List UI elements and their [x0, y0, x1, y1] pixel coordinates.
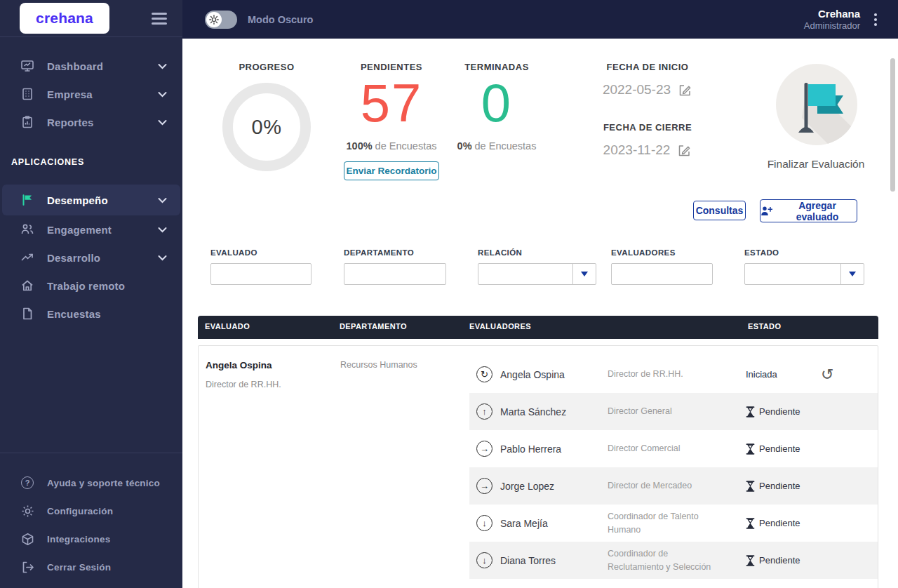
- sidebar-item-configuracion[interactable]: Configuración: [0, 497, 182, 525]
- sidebar-item-desempeno[interactable]: Desempeño: [2, 185, 180, 215]
- sidebar-item-engagement[interactable]: Engagement: [0, 215, 182, 243]
- evaluator-role: Director de Mercadeo: [608, 479, 732, 492]
- evaluator-row: ↑Marta SánchezDirector General Pendiente: [469, 393, 878, 430]
- logout-icon: [20, 559, 35, 575]
- fecha-inicio-row: 2022-05-23: [570, 82, 725, 98]
- evaluator-name: Jorge Lopez: [500, 481, 554, 492]
- relation-up-icon: ↑: [476, 403, 492, 420]
- table-header: EVALUADO DEPARTAMENTO EVALUADORES ESTADO: [198, 316, 878, 339]
- topbar-account[interactable]: Crehana Administrador: [804, 8, 880, 31]
- evaluator-row: →Pablo HerreraDirector Comercial Pendien…: [469, 430, 878, 467]
- status-text: Pendiente: [759, 406, 800, 417]
- sidebar-nav: Dashboard Empresa Reportes APLICACIONES: [0, 37, 182, 328]
- undo-icon[interactable]: ↺: [821, 366, 833, 383]
- evaluator-name: Diana Torres: [500, 555, 556, 566]
- evaluado-departamento: Recursos Humanos: [340, 360, 417, 370]
- status-text: Pendiente: [759, 481, 800, 491]
- sidebar-item-empresa[interactable]: Empresa: [0, 80, 182, 108]
- filter-evaluado: EVALUADO: [210, 248, 311, 285]
- kebab-menu-icon[interactable]: [871, 11, 880, 29]
- column-header-evaluadores: EVALUADORES: [469, 322, 531, 330]
- chevron-down-icon[interactable]: [158, 255, 167, 261]
- pendientes-percent: 100%: [347, 140, 373, 152]
- departamento-filter-input[interactable]: [344, 263, 446, 285]
- evaluator-status: Pendiente: [732, 443, 814, 455]
- evaluator-status: Pendiente: [732, 406, 814, 417]
- status-text: Pendiente: [759, 555, 800, 566]
- relation-down-icon: ↓: [476, 515, 492, 531]
- consultas-button[interactable]: Consultas: [693, 201, 746, 220]
- sidebar-item-label: Trabajo remoto: [47, 280, 125, 292]
- filter-relacion: RELACIÓN: [478, 248, 596, 285]
- hamburger-menu-icon[interactable]: [152, 13, 167, 25]
- fecha-cierre-value: 2023-11-22: [603, 142, 671, 158]
- flag-icon: [20, 192, 35, 208]
- sidebar-item-reportes[interactable]: Reportes: [0, 108, 182, 136]
- hourglass-icon: [746, 518, 755, 529]
- sidebar-item-cerrar-sesion[interactable]: Cerrar Sesión: [0, 553, 182, 581]
- enviar-recordatorio-button[interactable]: Enviar Recordatorio: [344, 161, 439, 180]
- cube-icon: [20, 531, 35, 547]
- evaluator-row: ↻Angela OspinaDirector de RR.HH.Iniciada…: [469, 356, 878, 393]
- chevron-down-icon[interactable]: [158, 119, 167, 126]
- progress-donut: 0%: [222, 83, 311, 171]
- sidebar-item-label: Ayuda y soporte técnico: [47, 478, 160, 488]
- evaluator-name: Angela Ospina: [500, 369, 565, 380]
- sidebar-item-integraciones[interactable]: Integraciones: [0, 525, 182, 553]
- crehana-logo[interactable]: crehana: [20, 3, 109, 34]
- chevron-down-icon[interactable]: [158, 197, 167, 203]
- sidebar-item-desarrollo[interactable]: Desarrollo: [0, 243, 182, 272]
- home-icon: [20, 278, 35, 293]
- chevron-down-icon[interactable]: [158, 227, 167, 233]
- sidebar-item-label: Desarrollo: [47, 252, 100, 264]
- finalizar-evaluacion-label[interactable]: Finalizar Evaluación: [739, 158, 893, 171]
- evaluator-person: →Pablo Herrera: [469, 441, 608, 457]
- sidebar-item-label: Empresa: [47, 88, 93, 100]
- help-icon: ?: [20, 475, 35, 490]
- evaluadores-filter-input[interactable]: [611, 263, 713, 285]
- evaluator-status: Pendiente: [732, 518, 814, 529]
- building-icon: [20, 86, 35, 102]
- vertical-scrollbar[interactable]: [890, 58, 895, 192]
- sidebar-logo-row: crehana: [0, 0, 182, 37]
- relation-right-icon: →: [476, 478, 492, 494]
- dropdown-caret-icon: [581, 272, 588, 276]
- terminadas-label: TERMINADAS: [455, 62, 539, 72]
- column-header-estado: ESTADO: [748, 322, 781, 330]
- account-name: Crehana: [804, 8, 860, 20]
- estado-filter-select[interactable]: [744, 263, 864, 285]
- evaluator-name: Pablo Herrera: [500, 443, 561, 455]
- finalizar-evaluacion-badge[interactable]: [775, 63, 858, 146]
- evaluator-rows: ↻Angela OspinaDirector de RR.HH.Iniciada…: [469, 356, 878, 579]
- sidebar-item-encuestas[interactable]: Encuestas: [0, 300, 182, 328]
- chevron-down-icon[interactable]: [158, 63, 167, 69]
- evaluator-row: →Jorge LopezDirector de Mercadeo Pendien…: [469, 467, 878, 505]
- dark-mode-toggle[interactable]: [205, 11, 237, 29]
- fecha-cierre-row: 2023-11-22: [570, 142, 725, 158]
- hourglass-icon: [746, 406, 755, 417]
- evaluator-role: Coordinador de Reclutamiento y Selección: [608, 547, 732, 573]
- column-header-departamento: DEPARTAMENTO: [340, 322, 407, 330]
- terminadas-suffix: de Encuestas: [472, 140, 537, 152]
- sidebar-item-trabajo-remoto[interactable]: Trabajo remoto: [0, 272, 182, 300]
- evaluator-row: ↓Sara MejíaCoordinador de Talento Humano…: [469, 505, 878, 542]
- sidebar-item-label: Configuración: [47, 506, 113, 516]
- filter-label: ESTADO: [744, 248, 864, 257]
- progress-value: 0%: [252, 116, 282, 139]
- evaluator-person: →Jorge Lopez: [469, 478, 608, 494]
- sidebar-item-ayuda[interactable]: ? Ayuda y soporte técnico: [0, 469, 182, 497]
- dashboard-icon: [20, 58, 35, 74]
- evaluator-action: ↺: [814, 367, 878, 382]
- evaluator-role: Director Comercial: [608, 442, 732, 455]
- relation-down-icon: ↓: [476, 552, 492, 568]
- clipboard-report-icon: [20, 114, 35, 130]
- edit-fecha-inicio-icon[interactable]: [678, 83, 692, 98]
- chevron-down-icon[interactable]: [158, 91, 167, 98]
- edit-fecha-cierre-icon[interactable]: [677, 143, 692, 158]
- agregar-evaluado-button[interactable]: Agregar evaluado: [760, 199, 857, 222]
- sun-icon: [206, 12, 222, 27]
- evaluado-filter-input[interactable]: [210, 263, 311, 285]
- status-text: Iniciada: [746, 369, 777, 380]
- sidebar-item-dashboard[interactable]: Dashboard: [0, 52, 182, 80]
- relacion-filter-select[interactable]: [478, 263, 596, 285]
